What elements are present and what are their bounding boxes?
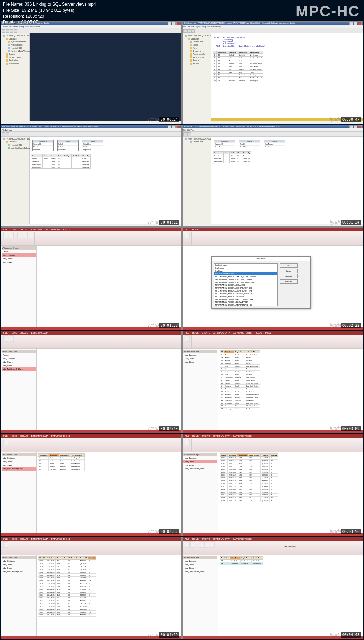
datasheet-view: TotalOrdersStoreNameRegionNameDivisionNa… — [218, 555, 363, 639]
database-icon — [8, 44, 10, 46]
nav-pane: All Access Obje... dbo_Customer dbo_Orde… — [183, 452, 218, 536]
link-tables-dialog: Link Tables dbo.Customers dbo.Orders dbo… — [211, 256, 311, 309]
filtered-view: TotalOrdersStoreNameRegionNameDivisionNa… — [220, 556, 263, 565]
thumb-9: FILE HOME CREATE EXTERNAL DATA DATABASE … — [1, 434, 182, 536]
thumb-6: FILE HOME Link Tables dbo.Customers dbo.… — [182, 227, 363, 330]
folder-icon — [6, 38, 8, 40]
timestamp: 00:01:34 — [341, 220, 361, 225]
nav-pane: All Access Obje... dbo_Customer dbo_Orde… — [1, 452, 37, 536]
folder-icon — [6, 53, 8, 56]
menubar[interactable]: File Edit View — [1, 128, 181, 132]
lynda-watermark: lynda — [330, 632, 342, 638]
timestamp: 00:03:56 — [341, 529, 361, 534]
thumb-11: FILE HOME CREATE EXTERNAL DATA DATABASE … — [1, 537, 182, 639]
ribbon[interactable] — [1, 231, 181, 246]
server-icon — [185, 35, 187, 37]
view-designer[interactable]: CustomersCustomerIDPhoneNum OrdersOrderI… — [211, 137, 363, 224]
query-editor[interactable]: SELECT TOP 1000 [TotalOrders] ,[StoreNam… — [211, 33, 363, 121]
thumb-5: FILE HOME CREATE EXTERNAL DATA DATABASE … — [1, 227, 182, 330]
thumb-3: PATMY-SQLDA\SQLEXPRESS2014.KineticoODBC … — [1, 125, 182, 227]
timestamp: 00:01:11 — [159, 220, 179, 225]
object-explorer[interactable]: PATMY-SQLDA\SQLEXPRESS2014 (SQL Server 1… — [183, 33, 211, 121]
server-icon — [3, 35, 5, 37]
object-explorer[interactable]: PATMY-SQLDA\SQLEXPRESS2014 (SQL Server 1… — [183, 137, 211, 224]
thumb-2: SQLQuery1.sql - PATMY-SQLDA\SQLEXPRESS20… — [182, 21, 363, 124]
folder-icon — [6, 56, 8, 58]
thumb-10: FILE HOME CREATE EXTERNAL DATA DATABASE … — [182, 434, 363, 536]
nav-header[interactable]: All Access Obje... — [2, 246, 36, 250]
maximize-button[interactable] — [354, 22, 357, 25]
close-button[interactable] — [358, 22, 362, 25]
select-all-button[interactable]: Select All — [280, 274, 298, 278]
view-designer[interactable]: CustomersCustomerIDPhoneNumLastName Orde… — [30, 137, 181, 224]
ok-button[interactable]: OK — [280, 263, 298, 268]
table-states: StatesStateAbbrevStateNameRegionName — [82, 140, 103, 151]
timestamp: 00:02:45 — [159, 426, 179, 431]
orders-table: OrderIDOrderDateCustomerIDSalesPersonIDP… — [220, 453, 278, 502]
timestamp: 00:02:22 — [341, 323, 361, 328]
database-icon — [8, 50, 10, 52]
thumb-7: FILE HOME CREATE EXTERNAL DATA All Acces… — [1, 331, 182, 433]
results-grid[interactable]: TotalOrdersStoreNameRegionNameDivisionNa… — [213, 51, 263, 82]
table-customers: CustomersCustomerIDPhoneNumLastName — [32, 140, 54, 151]
dialog-title: Link Tables — [212, 257, 310, 261]
work-area — [37, 246, 181, 330]
nav-pane[interactable]: All Access Obje... dbo_Customer dbo_Orde… — [183, 349, 218, 433]
table-listbox[interactable]: dbo.Customers dbo.Orders dbo.States dbo.… — [214, 263, 278, 306]
lynda-watermark: lynda — [148, 632, 160, 638]
table-link[interactable]: dbo_Orders — [2, 257, 36, 261]
nav-pane: All Access Obje... dbo_Customer dbo_Orde… — [1, 555, 37, 639]
deselect-all-button[interactable]: Deselect All — [280, 279, 298, 284]
ribbon[interactable]: Sort & Filtering — [183, 541, 363, 555]
thumbnail-grid: KineticoODBC - Microsoft SQL Server Mana… — [0, 0, 364, 640]
maximize-button[interactable] — [172, 22, 176, 25]
datasheet-view[interactable]: IDStateNameRegionNameDivisionName 1Alaba… — [218, 349, 363, 433]
toolbar[interactable] — [183, 28, 363, 33]
ssms-titlebar: SQLQuery1.sql - PATMY-SQLDA\SQLEXPRESS20… — [183, 22, 363, 25]
menubar[interactable]: File Edit View — [183, 128, 363, 132]
datasheet-view: OrderIDOrderDateCustomerIDSalesPersonIDP… — [37, 555, 181, 639]
datasheet-view: OrderIDOrderDateCustomerIDSalesPersonIDP… — [218, 452, 363, 536]
window-title: PATMY-SQLDA\SQLEXPRESS2014.KineticoODBC … — [184, 125, 280, 128]
nav-pane[interactable]: All Access Obje... Tables dbo_Customer d… — [1, 246, 37, 330]
file-size: File Size: 13,2 MB (13 942 811 bytes) — [3, 7, 96, 14]
close-button[interactable] — [176, 22, 180, 25]
editor-area — [30, 33, 181, 121]
table-link[interactable]: dbo_States — [2, 261, 36, 264]
lynda-watermark: lynda — [330, 529, 342, 534]
cancel-button[interactable]: Cancel — [280, 269, 298, 273]
table-orders: OrdersOrderIDOrderDateCustomerID — [57, 140, 79, 151]
lynda-watermark: lynda — [148, 219, 160, 225]
timestamp: 00:01:58 — [159, 323, 179, 328]
window-title: SQLQuery1.sql - PATMY-SQLDA\SQLEXPRESS20… — [184, 22, 295, 25]
lynda-watermark: lynda — [148, 322, 160, 328]
lynda-watermark: lynda — [148, 529, 160, 534]
timestamp: 00:04:19 — [159, 632, 179, 638]
thumb-12: FILE HOME CREATE EXTERNAL DATA DATABASE … — [182, 537, 363, 639]
folder-icon — [6, 63, 8, 65]
menubar[interactable]: File Edit View Project Debug Tools Windo… — [183, 25, 363, 28]
criteria-grid[interactable]: ColumnAliasTableOutpSort TypeSort OrderG… — [31, 154, 91, 169]
thumb-8: FILE HOME CREATE EXTERNAL DATA DATABASE … — [182, 331, 363, 433]
lynda-watermark: lynda — [330, 116, 342, 122]
file-resolution: Resolution: 1280x720 — [3, 14, 96, 20]
lynda-watermark: lynda — [330, 426, 342, 431]
toolbar[interactable] — [1, 28, 181, 33]
access-ribbon-tabs[interactable]: FILE HOME CREATE EXTERNAL DATA DATABASE … — [1, 228, 181, 231]
folder-icon — [6, 59, 8, 62]
nav-pane[interactable]: All Access Obje... Tables dbo_Customer d… — [1, 349, 37, 433]
states-table: IDStateNameRegionNameDivisionName 1Alaba… — [220, 350, 260, 410]
datasheet-view: TotalOrdersStoreNameRegionNameDivisionNa… — [37, 452, 181, 536]
view-link[interactable]: dbo_TotalOrdersByStore — [2, 367, 36, 371]
table-link[interactable]: dbo_Customer — [2, 253, 36, 257]
object-explorer[interactable]: PATMY-SQLDA\SQLEXPRESS2014 (SQL Server 1… — [1, 137, 30, 224]
minimize-button[interactable] — [349, 22, 353, 25]
thumb-1: KineticoODBC - Microsoft SQL Server Mana… — [1, 21, 182, 124]
lynda-watermark: lynda — [148, 116, 160, 122]
minimize-button[interactable] — [168, 22, 171, 25]
object-explorer[interactable]: PATMY-SQLDA\SQLEXPRESS2014 (SQL Server 1… — [1, 33, 30, 121]
timestamp: 00:03:32 — [159, 529, 179, 534]
file-duration: Duration: 00:05:07 — [3, 19, 96, 25]
folder-icon — [8, 41, 10, 43]
sql-text[interactable]: SELECT TOP 1000 [TotalOrders] ,[StoreNam… — [213, 35, 362, 49]
